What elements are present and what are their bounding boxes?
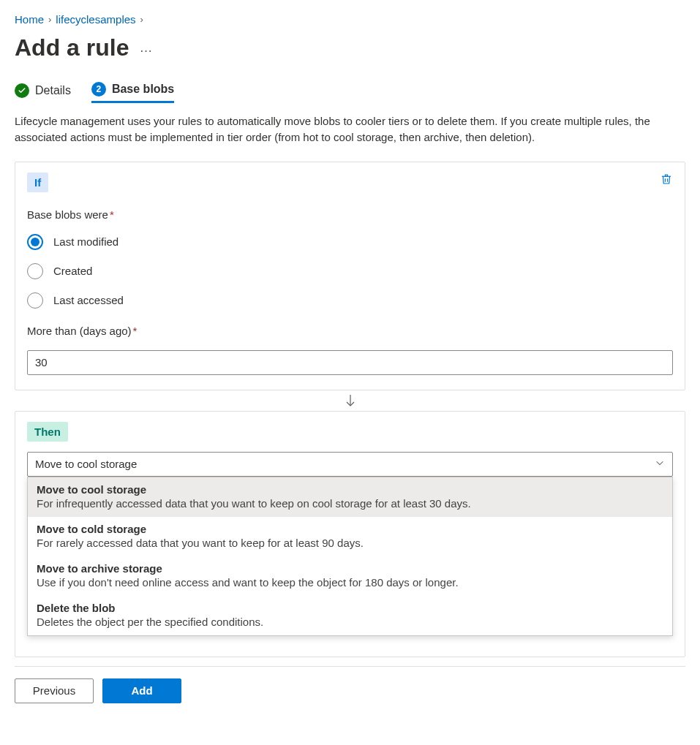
option-delete-blob[interactable]: Delete the blob Deletes the object per t… (28, 596, 672, 635)
option-desc: For infrequently accessed data that you … (37, 497, 663, 510)
step-details[interactable]: Details (15, 83, 71, 102)
check-icon (15, 83, 29, 98)
option-title: Move to archive storage (37, 562, 663, 575)
radio-label: Last accessed (53, 294, 124, 306)
option-title: Move to cool storage (37, 483, 663, 496)
intro-text: Lifecycle management uses your rules to … (15, 113, 685, 145)
option-move-to-cold[interactable]: Move to cold storage For rarely accessed… (28, 517, 672, 556)
chevron-right-icon: › (48, 14, 51, 25)
radio-icon (27, 292, 43, 309)
base-blobs-were-label: Base blobs were* (27, 208, 673, 221)
delete-icon[interactable] (660, 173, 673, 188)
step-label: Base blobs (112, 83, 174, 96)
step-number-badge: 2 (91, 82, 106, 97)
option-desc: For rarely accessed data that you want t… (37, 537, 663, 549)
radio-created[interactable]: Created (27, 263, 673, 279)
arrow-down-icon (15, 390, 685, 411)
then-panel: Then Move to cool storage Move to cool s… (15, 411, 685, 657)
then-pill: Then (27, 422, 68, 442)
step-base-blobs[interactable]: 2 Base blobs (91, 82, 174, 103)
breadcrumb-home[interactable]: Home (15, 13, 44, 26)
days-ago-input[interactable] (27, 350, 673, 375)
add-button[interactable]: Add (102, 678, 181, 703)
previous-button[interactable]: Previous (15, 678, 94, 703)
if-pill: If (27, 173, 48, 192)
action-select[interactable]: Move to cool storage (27, 452, 673, 477)
breadcrumb: Home › lifecyclesamples › (15, 13, 685, 26)
option-move-to-archive[interactable]: Move to archive storage Use if you don't… (28, 556, 672, 596)
option-desc: Use if you don't need online access and … (37, 576, 663, 589)
radio-icon (27, 263, 43, 279)
base-blobs-radio-group: Last modified Created Last accessed (27, 234, 673, 309)
footer-actions: Previous Add (15, 666, 685, 703)
if-panel: If Base blobs were* Last modified Create… (15, 162, 685, 390)
chevron-right-icon: › (140, 14, 143, 25)
radio-last-accessed[interactable]: Last accessed (27, 292, 673, 309)
more-than-days-label: More than (days ago)* (27, 325, 673, 337)
radio-label: Last modified (53, 235, 118, 248)
radio-icon (27, 234, 43, 250)
action-dropdown: Move to cool storage For infrequently ac… (27, 477, 673, 636)
option-move-to-cool[interactable]: Move to cool storage For infrequently ac… (28, 477, 672, 517)
option-title: Delete the blob (37, 602, 663, 614)
step-label: Details (35, 84, 71, 97)
wizard-steps: Details 2 Base blobs (15, 82, 685, 103)
chevron-down-icon (655, 458, 665, 470)
select-value: Move to cool storage (35, 458, 137, 470)
radio-label: Created (53, 265, 92, 277)
breadcrumb-lifecyclesamples[interactable]: lifecyclesamples (56, 13, 135, 26)
page-title: Add a rule (15, 34, 129, 61)
more-icon[interactable]: … (139, 40, 153, 56)
radio-last-modified[interactable]: Last modified (27, 234, 673, 250)
option-desc: Deletes the object per the specified con… (37, 616, 663, 628)
option-title: Move to cold storage (37, 523, 663, 535)
